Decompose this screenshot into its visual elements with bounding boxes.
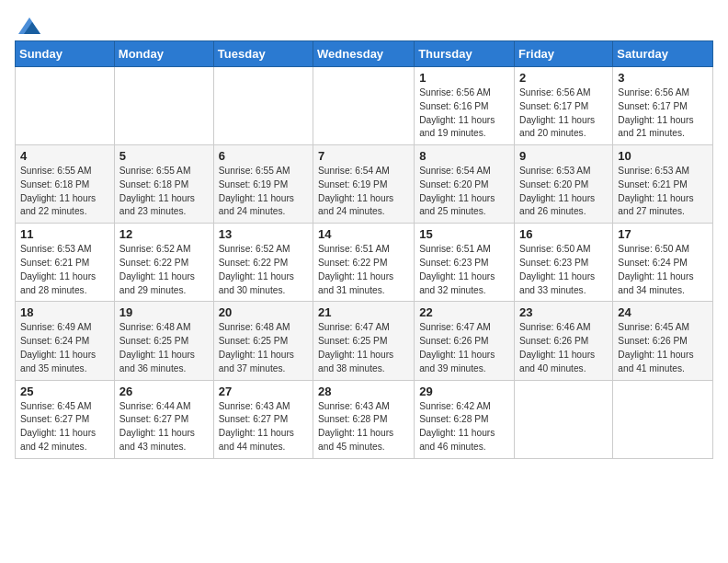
calendar-cell: 5 Sunrise: 6:55 AMSunset: 6:18 PMDayligh…: [114, 145, 213, 224]
logo: [15, 15, 40, 29]
day-number: 13: [219, 227, 308, 241]
day-number: 19: [119, 305, 209, 319]
day-number: 8: [419, 149, 509, 163]
day-number: 21: [318, 305, 409, 319]
page-header: [15, 15, 713, 29]
calendar-cell: [313, 67, 415, 145]
day-number: 29: [419, 385, 509, 398]
day-info: Sunrise: 6:43 AMSunset: 6:28 PMDaylight:…: [318, 401, 393, 452]
day-number: 24: [618, 305, 708, 319]
calendar-cell: 7 Sunrise: 6:54 AMSunset: 6:19 PMDayligh…: [313, 145, 415, 224]
calendar-header-wednesday: Wednesday: [313, 41, 415, 67]
calendar-cell: 10 Sunrise: 6:53 AMSunset: 6:21 PMDaylig…: [613, 145, 713, 224]
day-number: 22: [419, 305, 509, 319]
day-info: Sunrise: 6:53 AMSunset: 6:21 PMDaylight:…: [20, 244, 96, 294]
calendar-cell: 25 Sunrise: 6:45 AMSunset: 6:27 PMDaylig…: [16, 380, 115, 458]
calendar-cell: 20 Sunrise: 6:48 AMSunset: 6:25 PMDaylig…: [213, 302, 313, 380]
day-info: Sunrise: 6:50 AMSunset: 6:23 PMDaylight:…: [519, 244, 595, 294]
calendar-cell: 17 Sunrise: 6:50 AMSunset: 6:24 PMDaylig…: [613, 224, 713, 302]
calendar-cell: 8 Sunrise: 6:54 AMSunset: 6:20 PMDayligh…: [415, 145, 515, 224]
calendar-header-row: SundayMondayTuesdayWednesdayThursdayFrid…: [16, 41, 713, 67]
calendar-cell: 9 Sunrise: 6:53 AMSunset: 6:20 PMDayligh…: [515, 145, 613, 224]
calendar-cell: 6 Sunrise: 6:55 AMSunset: 6:19 PMDayligh…: [213, 145, 313, 224]
day-info: Sunrise: 6:51 AMSunset: 6:22 PMDaylight:…: [318, 244, 393, 294]
day-info: Sunrise: 6:55 AMSunset: 6:19 PMDaylight:…: [219, 166, 294, 216]
calendar-cell: 11 Sunrise: 6:53 AMSunset: 6:21 PMDaylig…: [16, 224, 115, 302]
calendar-cell: 24 Sunrise: 6:45 AMSunset: 6:26 PMDaylig…: [613, 302, 713, 380]
day-info: Sunrise: 6:43 AMSunset: 6:27 PMDaylight:…: [219, 401, 294, 452]
day-info: Sunrise: 6:56 AMSunset: 6:17 PMDaylight:…: [618, 87, 693, 138]
day-number: 23: [519, 305, 608, 319]
calendar-cell: [613, 380, 713, 458]
calendar-cell: 26 Sunrise: 6:44 AMSunset: 6:27 PMDaylig…: [114, 380, 213, 458]
day-number: 10: [618, 149, 708, 163]
day-number: 15: [419, 227, 509, 241]
calendar-cell: 19 Sunrise: 6:48 AMSunset: 6:25 PMDaylig…: [114, 302, 213, 380]
calendar-week-3: 11 Sunrise: 6:53 AMSunset: 6:21 PMDaylig…: [16, 224, 713, 302]
day-number: 11: [20, 227, 109, 241]
day-info: Sunrise: 6:45 AMSunset: 6:27 PMDaylight:…: [20, 401, 96, 452]
day-number: 2: [519, 71, 608, 85]
day-info: Sunrise: 6:48 AMSunset: 6:25 PMDaylight:…: [219, 322, 294, 373]
day-info: Sunrise: 6:56 AMSunset: 6:17 PMDaylight:…: [519, 87, 595, 138]
calendar-cell: 12 Sunrise: 6:52 AMSunset: 6:22 PMDaylig…: [114, 224, 213, 302]
calendar-cell: 4 Sunrise: 6:55 AMSunset: 6:18 PMDayligh…: [16, 145, 115, 224]
day-info: Sunrise: 6:53 AMSunset: 6:21 PMDaylight:…: [618, 166, 693, 216]
day-number: 9: [519, 149, 608, 163]
calendar-week-1: 1 Sunrise: 6:56 AMSunset: 6:16 PMDayligh…: [16, 67, 713, 145]
day-number: 26: [119, 385, 209, 398]
day-number: 1: [419, 71, 509, 85]
day-info: Sunrise: 6:47 AMSunset: 6:25 PMDaylight:…: [318, 322, 393, 373]
day-info: Sunrise: 6:55 AMSunset: 6:18 PMDaylight:…: [20, 166, 96, 216]
day-number: 3: [618, 71, 708, 85]
day-info: Sunrise: 6:48 AMSunset: 6:25 PMDaylight:…: [119, 322, 195, 373]
calendar-table: SundayMondayTuesdayWednesdayThursdayFrid…: [15, 40, 713, 459]
calendar-cell: 15 Sunrise: 6:51 AMSunset: 6:23 PMDaylig…: [415, 224, 515, 302]
day-info: Sunrise: 6:54 AMSunset: 6:19 PMDaylight:…: [318, 166, 393, 216]
calendar-cell: 14 Sunrise: 6:51 AMSunset: 6:22 PMDaylig…: [313, 224, 415, 302]
day-info: Sunrise: 6:49 AMSunset: 6:24 PMDaylight:…: [20, 322, 96, 373]
day-number: 5: [119, 149, 209, 163]
calendar-cell: [213, 67, 313, 145]
calendar-cell: 16 Sunrise: 6:50 AMSunset: 6:23 PMDaylig…: [515, 224, 613, 302]
day-info: Sunrise: 6:55 AMSunset: 6:18 PMDaylight:…: [119, 166, 195, 216]
calendar-header-thursday: Thursday: [415, 41, 515, 67]
calendar-week-5: 25 Sunrise: 6:45 AMSunset: 6:27 PMDaylig…: [16, 380, 713, 458]
day-number: 14: [318, 227, 409, 241]
day-info: Sunrise: 6:51 AMSunset: 6:23 PMDaylight:…: [419, 244, 495, 294]
calendar-cell: 27 Sunrise: 6:43 AMSunset: 6:27 PMDaylig…: [213, 380, 313, 458]
calendar-header-tuesday: Tuesday: [213, 41, 313, 67]
day-info: Sunrise: 6:44 AMSunset: 6:27 PMDaylight:…: [119, 401, 195, 452]
day-info: Sunrise: 6:54 AMSunset: 6:20 PMDaylight:…: [419, 166, 495, 216]
calendar-cell: 2 Sunrise: 6:56 AMSunset: 6:17 PMDayligh…: [515, 67, 613, 145]
calendar-header-monday: Monday: [114, 41, 213, 67]
calendar-week-4: 18 Sunrise: 6:49 AMSunset: 6:24 PMDaylig…: [16, 302, 713, 380]
day-info: Sunrise: 6:56 AMSunset: 6:16 PMDaylight:…: [419, 87, 495, 138]
day-info: Sunrise: 6:50 AMSunset: 6:24 PMDaylight:…: [618, 244, 693, 294]
day-info: Sunrise: 6:47 AMSunset: 6:26 PMDaylight:…: [419, 322, 495, 373]
calendar-header-sunday: Sunday: [16, 41, 115, 67]
day-number: 7: [318, 149, 409, 163]
calendar-cell: [515, 380, 613, 458]
calendar-cell: [16, 67, 115, 145]
day-number: 12: [119, 227, 209, 241]
day-number: 4: [20, 149, 109, 163]
logo-icon: [18, 15, 40, 37]
calendar-cell: 13 Sunrise: 6:52 AMSunset: 6:22 PMDaylig…: [213, 224, 313, 302]
day-info: Sunrise: 6:52 AMSunset: 6:22 PMDaylight:…: [119, 244, 195, 294]
day-info: Sunrise: 6:53 AMSunset: 6:20 PMDaylight:…: [519, 166, 595, 216]
calendar-cell: 29 Sunrise: 6:42 AMSunset: 6:28 PMDaylig…: [415, 380, 515, 458]
day-number: 17: [618, 227, 708, 241]
calendar-cell: 23 Sunrise: 6:46 AMSunset: 6:26 PMDaylig…: [515, 302, 613, 380]
calendar-cell: 3 Sunrise: 6:56 AMSunset: 6:17 PMDayligh…: [613, 67, 713, 145]
calendar-cell: 22 Sunrise: 6:47 AMSunset: 6:26 PMDaylig…: [415, 302, 515, 380]
day-number: 27: [219, 385, 308, 398]
day-number: 18: [20, 305, 109, 319]
calendar-cell: [114, 67, 213, 145]
day-number: 6: [219, 149, 308, 163]
day-number: 28: [318, 385, 409, 398]
day-info: Sunrise: 6:45 AMSunset: 6:26 PMDaylight:…: [618, 322, 693, 373]
calendar-header-saturday: Saturday: [613, 41, 713, 67]
calendar-cell: 18 Sunrise: 6:49 AMSunset: 6:24 PMDaylig…: [16, 302, 115, 380]
calendar-header-friday: Friday: [515, 41, 613, 67]
